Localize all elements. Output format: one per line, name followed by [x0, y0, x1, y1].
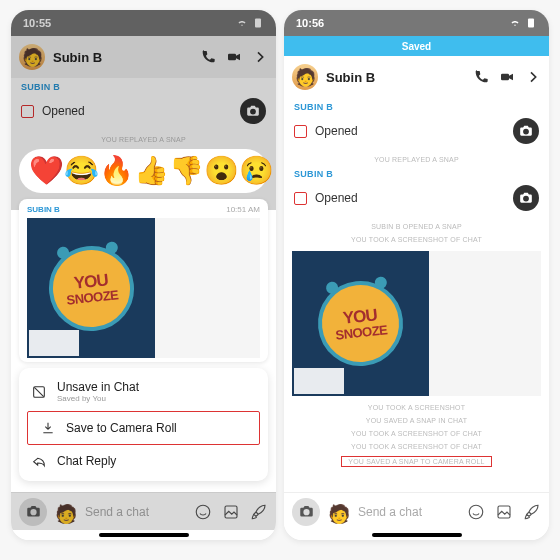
nav-bar [284, 530, 549, 540]
svg-rect-0 [255, 19, 261, 28]
msg-opened: Opened [292, 112, 541, 150]
chat-input[interactable]: Send a chat [85, 505, 186, 519]
reaction-thumbsdown[interactable]: 👎 [169, 157, 204, 185]
svg-point-7 [469, 505, 483, 519]
reaction-fire[interactable]: 🔥 [99, 157, 134, 185]
menu-unsave-label: Unsave in Chat [57, 380, 139, 394]
msg-opened-2: Opened [292, 179, 541, 217]
status-time: 10:56 [296, 17, 324, 29]
system-msg: YOU TOOK A SCREENSHOT OF CHAT [292, 236, 541, 243]
battery-icon [525, 17, 537, 29]
gallery-icon[interactable] [495, 503, 513, 521]
download-icon [40, 420, 56, 436]
system-msg: YOU REPLAYED A SNAP [292, 156, 541, 163]
chat-body: SUBIN B Opened YOU REPLAYED A SNAP SUBIN… [284, 98, 549, 492]
chat-header: 🧑 Subin B [284, 56, 549, 98]
snap-time: 10:51 AM [226, 205, 260, 214]
battery-icon [252, 17, 264, 29]
chat-input[interactable]: Send a chat [358, 505, 459, 519]
system-msg: YOU TOOK A SCREENSHOT OF CHAT [292, 443, 541, 450]
opened-text: Opened [315, 191, 358, 205]
reaction-heart[interactable]: ❤️ [29, 157, 64, 185]
phone-left: 10:55 🧑 Subin B SUBIN B Opened YOU REPLA… [11, 10, 276, 540]
chevron-right-icon[interactable] [525, 69, 541, 85]
chevron-right-icon[interactable] [252, 49, 268, 65]
menu-save-label: Save to Camera Roll [66, 421, 177, 435]
wifi-icon [509, 17, 521, 29]
video-icon[interactable] [226, 49, 242, 65]
rocket-icon[interactable] [250, 503, 268, 521]
phone-right: 10:56 Saved 🧑 Subin B SUBIN B Opened YOU… [284, 10, 549, 540]
video-icon[interactable] [499, 69, 515, 85]
system-msg: YOU SAVED A SNAP IN CHAT [292, 417, 541, 424]
system-msg: YOU TOOK A SCREENSHOT OF CHAT [292, 430, 541, 437]
gallery-icon[interactable] [222, 503, 240, 521]
chat-header: 🧑 Subin B [11, 36, 276, 78]
bitmoji-button[interactable]: 🧑 [328, 501, 350, 523]
system-msg: YOU TOOK A SCREENSHOT [292, 404, 541, 411]
context-menu: Unsave in Chat Saved by You Save to Came… [19, 368, 268, 481]
snap-image: YOUSNOOZE [292, 251, 429, 396]
opened-square-icon [294, 192, 307, 205]
status-time: 10:55 [23, 17, 51, 29]
opened-text: Opened [315, 124, 358, 138]
chat-input-bar: 🧑 Send a chat [11, 492, 276, 530]
nav-bar [11, 530, 276, 540]
menu-unsave[interactable]: Unsave in Chat Saved by You [19, 372, 268, 411]
contact-name[interactable]: Subin B [53, 50, 192, 65]
svg-rect-8 [498, 506, 510, 518]
reaction-bar: ❤️ 😂 🔥 👍 👎 😮 😢 [19, 149, 268, 193]
wifi-icon [236, 17, 248, 29]
system-msg: YOU REPLAYED A SNAP [19, 136, 268, 143]
reaction-thumbsup[interactable]: 👍 [134, 157, 169, 185]
rocket-icon[interactable] [523, 503, 541, 521]
snap-sender: SUBIN B [27, 205, 60, 214]
bitmoji-button[interactable]: 🧑 [55, 501, 77, 523]
saved-banner: Saved [284, 36, 549, 56]
snap-card[interactable]: SUBIN B 10:51 AM YOUSNOOZE [19, 199, 268, 362]
avatar[interactable]: 🧑 [19, 44, 45, 70]
sender-label: SUBIN B [294, 169, 541, 179]
svg-rect-5 [528, 19, 534, 28]
menu-unsave-sub: Saved by You [57, 394, 139, 403]
contact-name[interactable]: Subin B [326, 70, 465, 85]
call-icon[interactable] [200, 49, 216, 65]
menu-save-camera-roll[interactable]: Save to Camera Roll [27, 411, 260, 445]
camera-reply-button[interactable] [240, 98, 266, 124]
system-msg-highlight: YOU SAVED A SNAP TO CAMERA ROLL [292, 456, 541, 467]
emoji-icon[interactable] [194, 503, 212, 521]
chat-body: SUBIN B Opened YOU REPLAYED A SNAP ❤️ 😂 … [11, 78, 276, 492]
emoji-icon[interactable] [467, 503, 485, 521]
opened-square-icon [21, 105, 34, 118]
system-msg: SUBIN B OPENED A SNAP [292, 223, 541, 230]
svg-point-3 [196, 505, 210, 519]
camera-button[interactable] [19, 498, 47, 526]
snap-image: YOUSNOOZE [27, 218, 155, 358]
svg-rect-1 [228, 54, 236, 61]
menu-chat-reply[interactable]: Chat Reply [19, 445, 268, 477]
reaction-laugh[interactable]: 😂 [64, 157, 99, 185]
reply-icon [31, 453, 47, 469]
camera-button[interactable] [292, 498, 320, 526]
unsave-icon [31, 384, 47, 400]
chat-input-bar: 🧑 Send a chat [284, 492, 549, 530]
svg-rect-6 [501, 74, 509, 81]
snap-card[interactable]: YOUSNOOZE [292, 249, 541, 398]
reaction-wow[interactable]: 😮 [204, 157, 239, 185]
svg-rect-4 [225, 506, 237, 518]
opened-square-icon [294, 125, 307, 138]
status-bar: 10:55 [11, 10, 276, 36]
camera-reply-button[interactable] [513, 118, 539, 144]
avatar[interactable]: 🧑 [292, 64, 318, 90]
reaction-sad[interactable]: 😢 [239, 157, 274, 185]
opened-text: Opened [42, 104, 85, 118]
call-icon[interactable] [473, 69, 489, 85]
menu-reply-label: Chat Reply [57, 454, 116, 468]
msg-opened: Opened [19, 92, 268, 130]
sender-label: SUBIN B [21, 82, 268, 92]
sender-label: SUBIN B [294, 102, 541, 112]
camera-reply-button[interactable] [513, 185, 539, 211]
status-bar: 10:56 [284, 10, 549, 36]
